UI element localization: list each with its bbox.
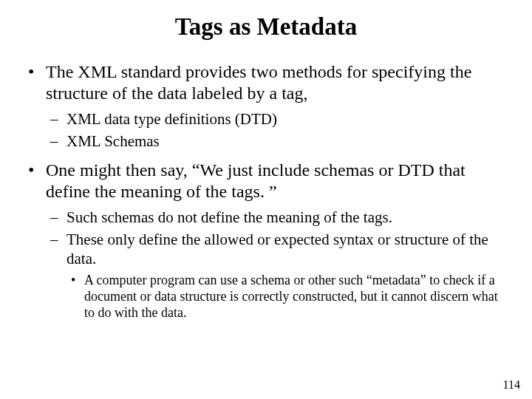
sub-bullet-text: XML data type definitions (DTD) (66, 110, 277, 128)
bullet-text: The XML standard provides two methods fo… (46, 62, 471, 103)
slide-title: Tags as Metadata (0, 0, 532, 61)
sub-sub-bullet-text: A computer program can use a schema or o… (84, 273, 498, 320)
bullet-item: One might then say, “We just include sch… (25, 160, 507, 321)
bullet-item: The XML standard provides two methods fo… (25, 61, 507, 151)
bullet-text: One might then say, “We just include sch… (46, 160, 466, 201)
sub-sub-bullet-item: A computer program can use a schema or o… (66, 273, 507, 321)
sub-bullet-item: XML Schemas (46, 132, 507, 151)
bullet-list: The XML standard provides two methods fo… (25, 61, 507, 321)
sub-bullet-text: XML Schemas (66, 132, 160, 150)
sub-bullet-list: XML data type definitions (DTD) XML Sche… (46, 109, 507, 151)
sub-bullet-item: XML data type definitions (DTD) (46, 109, 507, 129)
slide: Tags as Metadata The XML standard provid… (0, 0, 532, 399)
sub-sub-bullet-list: A computer program can use a schema or o… (66, 273, 507, 321)
sub-bullet-item: These only define the allowed or expecte… (46, 230, 507, 321)
sub-bullet-text: These only define the allowed or expecte… (66, 231, 488, 267)
sub-bullet-text: Such schemas do not define the meaning o… (66, 208, 392, 226)
sub-bullet-item: Such schemas do not define the meaning o… (46, 208, 507, 227)
sub-bullet-list: Such schemas do not define the meaning o… (46, 208, 507, 322)
page-number: 114 (503, 378, 520, 392)
